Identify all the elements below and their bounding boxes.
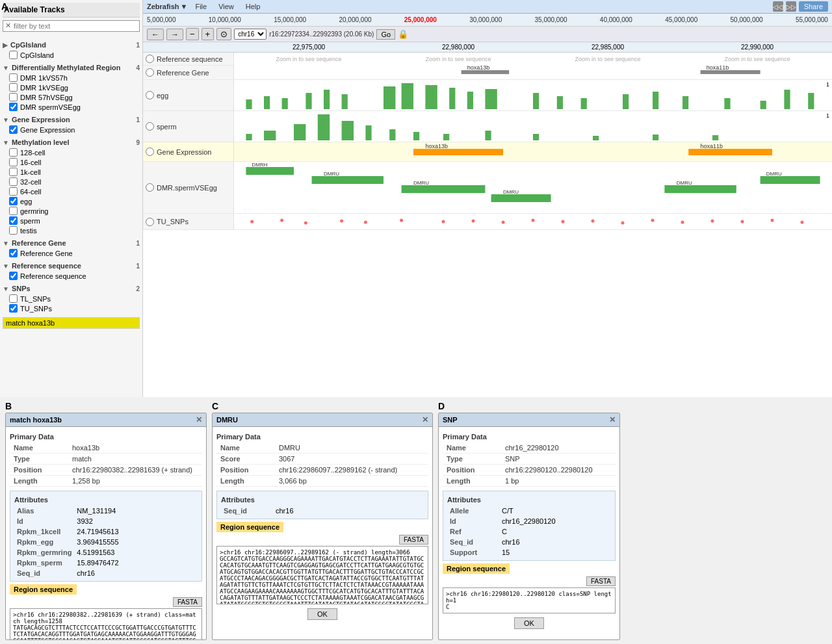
- panel-c-seq-box[interactable]: >chr16 chr16:22986097..22989162 (- stran…: [216, 546, 428, 604]
- track-checkbox-dmr2[interactable]: [9, 83, 18, 92]
- section-label-a: A: [1, 1, 8, 12]
- snp-dot[interactable]: [651, 219, 655, 222]
- track-checkbox-dmr4[interactable]: [9, 103, 18, 111]
- snp-dot[interactable]: [592, 220, 595, 223]
- track-checkbox-germring[interactable]: [9, 207, 18, 215]
- snp-dot[interactable]: [621, 222, 625, 225]
- snp-dot[interactable]: [532, 219, 535, 222]
- track-checkbox-32cell[interactable]: [9, 177, 18, 186]
- svg-rect-22: [246, 134, 252, 140]
- go-button[interactable]: Go: [376, 29, 395, 40]
- snp-dot[interactable]: [711, 220, 714, 223]
- fine-scale-mark: 22,980,000: [442, 44, 474, 51]
- track-label-dmr4[interactable]: DMR spermVSEgg: [20, 103, 81, 111]
- track-checkbox-egg[interactable]: [9, 197, 18, 205]
- panel-b-fasta-btn[interactable]: FASTA: [173, 597, 202, 607]
- track-checkbox-64cell[interactable]: [9, 187, 18, 196]
- track-checkbox-ge[interactable]: [9, 125, 18, 134]
- track-checkbox-cpgisland[interactable]: [9, 51, 18, 59]
- track-radio-ref-seq[interactable]: [146, 55, 154, 63]
- track-checkbox-testis[interactable]: [9, 226, 18, 235]
- track-radio-snps[interactable]: [146, 218, 154, 226]
- panel-d-seq-box[interactable]: >chr16 chr16:22980120..22980120 class=SN…: [443, 587, 616, 613]
- snp-dot[interactable]: [304, 222, 307, 225]
- menu-file[interactable]: File: [191, 1, 211, 12]
- snp-dot[interactable]: [250, 220, 254, 224]
- snp-dot[interactable]: [741, 220, 744, 224]
- track-checkbox-tlsnps[interactable]: [9, 294, 18, 303]
- panel-c-close[interactable]: ✕: [422, 415, 428, 424]
- category-header-refgene[interactable]: ▼ Reference Gene 1: [3, 238, 140, 248]
- track-label-dmr2[interactable]: DMR 1kVSEgg: [20, 84, 68, 92]
- category-header-snps[interactable]: ▼ SNPs 2: [3, 283, 140, 294]
- track-checkbox-sperm[interactable]: [9, 216, 18, 225]
- nav-right-button[interactable]: →: [166, 29, 183, 40]
- snp-dot[interactable]: [280, 219, 283, 222]
- gene-expr-bar-hoxa11b[interactable]: [688, 149, 772, 155]
- tracks-wrapper: Reference sequence Zoom in to see sequen…: [143, 53, 832, 397]
- chr-selector[interactable]: chr16: [234, 29, 266, 40]
- snp-dot[interactable]: [801, 221, 804, 224]
- lock-icon[interactable]: 🔒: [398, 29, 408, 39]
- nav-prev-icon[interactable]: ◁◁: [773, 1, 783, 12]
- nav-left-button[interactable]: ←: [147, 29, 164, 40]
- panel-c-ok-btn[interactable]: OK: [307, 608, 337, 620]
- svg-rect-34: [653, 135, 658, 140]
- snp-dot[interactable]: [340, 220, 343, 223]
- track-label-dmr3[interactable]: DMR 57hVSEgg: [20, 94, 73, 101]
- snp-dot[interactable]: [681, 221, 684, 224]
- track-radio-sperm[interactable]: [146, 122, 154, 131]
- panel-b-close[interactable]: ✕: [196, 415, 202, 424]
- snp-dot[interactable]: [771, 219, 774, 222]
- dmr-bar-dmru3[interactable]: [491, 194, 551, 202]
- gene-expr-bar-hoxa13b[interactable]: [413, 149, 503, 155]
- track-radio-egg[interactable]: [146, 91, 154, 99]
- snp-dot[interactable]: [442, 220, 445, 224]
- zoom-in-button[interactable]: +: [202, 28, 214, 40]
- menu-help[interactable]: Help: [242, 1, 265, 12]
- nav-next-icon[interactable]: ▷▷: [786, 1, 796, 12]
- snp-dot[interactable]: [562, 220, 565, 224]
- panel-b-seq-box[interactable]: >chr16 chr16:22980382..22981639 (+ stran…: [10, 608, 202, 639]
- panel-c-fasta-btn[interactable]: FASTA: [399, 535, 428, 545]
- svg-rect-10: [467, 92, 473, 109]
- panel-d-ok-btn[interactable]: OK: [514, 617, 544, 629]
- snp-dot[interactable]: [400, 219, 403, 222]
- track-radio-dmr[interactable]: [146, 183, 154, 192]
- filter-x-icon[interactable]: ✕: [5, 21, 11, 30]
- dmr-bar-dmru5[interactable]: [760, 176, 820, 184]
- track-checkbox-tusnps[interactable]: [9, 304, 18, 313]
- track-checkbox-128cell[interactable]: [9, 148, 18, 157]
- zoom-out-button[interactable]: −: [186, 28, 199, 40]
- track-checkbox-1kcell[interactable]: [9, 168, 18, 176]
- dmr-bar-dmru2[interactable]: [402, 185, 486, 193]
- category-header-dmr[interactable]: ▼ Differentially Methylated Region 4: [3, 62, 140, 73]
- category-header-methyl[interactable]: ▼ Methylation level 9: [3, 137, 140, 148]
- track-checkbox-refseq[interactable]: [9, 272, 18, 280]
- panel-d-close[interactable]: ✕: [609, 415, 616, 424]
- dmr-bar-dmrh[interactable]: [246, 167, 294, 175]
- category-header-cpgisland[interactable]: ▶ CpGIsland 1: [3, 40, 140, 50]
- snp-dot[interactable]: [472, 220, 475, 223]
- track-label-cpgisland[interactable]: CpGIsland: [20, 51, 54, 59]
- menu-view[interactable]: View: [214, 1, 238, 12]
- track-checkbox-dmr1[interactable]: [9, 73, 18, 82]
- snp-dot[interactable]: [502, 221, 505, 224]
- track-label-dmr1[interactable]: DMR 1kVS57h: [20, 74, 68, 82]
- snp-dot[interactable]: [364, 221, 367, 224]
- share-button[interactable]: Share: [799, 1, 828, 12]
- filter-input[interactable]: [3, 20, 140, 32]
- track-checkbox-dmr3[interactable]: [9, 93, 18, 101]
- track-radio-ref-gene[interactable]: [146, 68, 154, 77]
- panel-d-fasta-btn[interactable]: FASTA: [586, 576, 616, 586]
- track-radio-gene-expr[interactable]: [146, 148, 154, 156]
- track-label-ge[interactable]: Gene Expression: [20, 126, 75, 134]
- category-header-gene-expr[interactable]: ▼ Gene Expression 1: [3, 114, 140, 125]
- dmr-bar-dmru1[interactable]: [312, 176, 384, 184]
- dmr-bar-dmru4[interactable]: [664, 185, 736, 193]
- zoom-fit-button[interactable]: ⊙: [216, 28, 231, 40]
- track-checkbox-16cell[interactable]: [9, 158, 18, 166]
- track-checkbox-refgene[interactable]: [9, 249, 18, 257]
- species-selector[interactable]: Zebrafish ▼: [147, 3, 187, 10]
- category-header-refseq[interactable]: ▼ Reference sequence 1: [3, 261, 140, 271]
